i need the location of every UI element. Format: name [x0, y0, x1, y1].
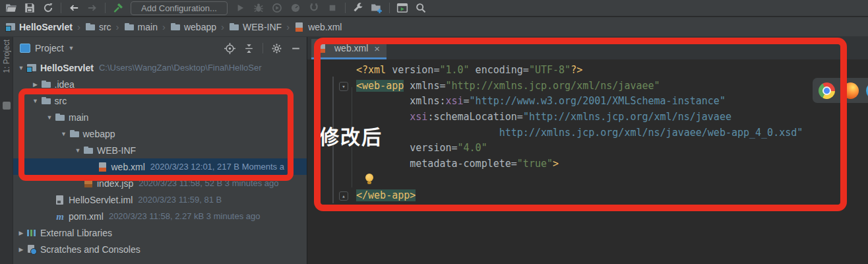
- stripe-tool-icon[interactable]: [3, 102, 11, 110]
- code-line-6: version="4.0": [356, 141, 868, 156]
- xml-icon: [294, 22, 305, 32]
- breadcrumb-separator: ›: [77, 21, 80, 32]
- tree-item-label: pom.xml: [69, 211, 104, 222]
- project-tool-icon: [20, 44, 30, 53]
- sync-icon[interactable]: [42, 2, 54, 14]
- tree-item-meta: 2020/3/23 12:01, 217 B Moments a: [150, 162, 284, 172]
- fold-marker-icon[interactable]: ▾: [339, 82, 348, 91]
- xml-file-icon: [317, 43, 327, 53]
- forward-icon: [86, 2, 98, 14]
- tree-item-index-jsp[interactable]: index.jsp2020/3/23 11:58, 52 B 3 minutes…: [13, 175, 307, 191]
- tree-caret-icon[interactable]: ▶: [30, 81, 41, 88]
- tree-caret-icon[interactable]: ▼: [16, 65, 26, 71]
- tree-item-label: WEB-INF: [97, 145, 136, 156]
- build-hammer-icon[interactable]: [112, 2, 124, 14]
- tree-item--idea[interactable]: ▶.idea: [13, 76, 307, 92]
- folder-icon: [69, 129, 80, 139]
- tree-item-label: HelloServlet: [40, 63, 94, 73]
- search-icon[interactable]: [415, 2, 427, 14]
- project-panel-header: Project ▼: [13, 37, 307, 59]
- toolbar-separator: [389, 3, 390, 13]
- stop-icon: [326, 2, 338, 14]
- annotation-text: 修改后: [319, 121, 383, 150]
- code-wrap: <?xml version="1.0" encoding="UTF-8"?>▾<…: [307, 59, 868, 264]
- tree-caret-icon[interactable]: ▼: [30, 98, 41, 104]
- breadcrumb-item-web-inf[interactable]: WEB-INF: [229, 22, 282, 32]
- folder-icon: [229, 22, 239, 32]
- editor-tab-label: web.xml: [334, 43, 368, 53]
- tree-item-label: web.xml: [111, 162, 145, 172]
- code-line-5: http://xmlns.jcp.org/xml/ns/javaee/web-a…: [356, 125, 868, 141]
- tree-caret-icon[interactable]: ▼: [59, 131, 69, 137]
- open-folder-icon[interactable]: [5, 2, 17, 14]
- xml-icon: [98, 162, 108, 172]
- gear-icon[interactable]: [271, 43, 282, 54]
- tree-item-external-libraries[interactable]: ▶External Libraries: [13, 224, 307, 241]
- breadcrumb-item-web-xml[interactable]: web.xml: [294, 22, 342, 32]
- editor-tab-strip: web.xml ×: [307, 37, 868, 59]
- add-configuration-select[interactable]: Add Configuration...: [131, 1, 228, 15]
- project-panel: Project ▼ ▼HelloServletC:\Users\WangZan\…: [13, 37, 307, 264]
- editor-area: web.xml × <?xml version="1.0" encoding="…: [307, 37, 868, 264]
- code-line-2: ▾<web-app xmlns="http://xmlns.jcp.org/xm…: [356, 79, 868, 94]
- tree-caret-icon[interactable]: ▼: [44, 114, 55, 121]
- folder-icon: [85, 22, 96, 32]
- run-window-icon[interactable]: [396, 2, 408, 14]
- breadcrumb-separator: ›: [116, 21, 119, 32]
- back-icon[interactable]: [68, 2, 80, 14]
- tree-item-web-xml[interactable]: web.xml2020/3/23 12:01, 217 B Moments a: [13, 158, 307, 175]
- breadcrumb-item-helloservlet[interactable]: HelloServlet: [5, 22, 73, 32]
- tree-caret-icon[interactable]: ▶: [16, 246, 26, 253]
- folder-icon: [55, 112, 65, 123]
- locate-file-icon[interactable]: [224, 43, 235, 54]
- wrench-icon[interactable]: [352, 2, 364, 14]
- tree-caret-icon[interactable]: ▼: [73, 147, 83, 154]
- toolbar-separator: [345, 3, 346, 13]
- tree-item-main[interactable]: ▼main: [13, 109, 307, 125]
- debug-icon: [253, 2, 264, 14]
- tree-item-label: index.jsp: [97, 178, 133, 189]
- browser-preview-panel: [813, 78, 868, 103]
- tree-caret-icon[interactable]: ▶: [16, 230, 26, 236]
- tree-item-src[interactable]: ▼src: [13, 92, 307, 109]
- tree-item-web-inf[interactable]: ▼WEB-INF: [13, 142, 307, 158]
- project-structure-icon[interactable]: [371, 2, 383, 14]
- editor-tab-webxml[interactable]: web.xml ×: [311, 39, 387, 59]
- jsp-icon: [83, 178, 94, 189]
- code-area[interactable]: <?xml version="1.0" encoding="UTF-8"?>▾<…: [307, 59, 868, 203]
- folder-icon: [41, 79, 51, 90]
- tree-item-path: C:\Users\WangZan\Desktop\Final\HelloSer: [99, 63, 262, 73]
- breadcrumb-item-webapp[interactable]: webapp: [170, 22, 216, 32]
- code-line-8: [356, 172, 868, 188]
- maven-icon: m: [55, 211, 65, 222]
- lib-icon: [26, 228, 37, 238]
- intention-bulb-icon[interactable]: [365, 174, 373, 182]
- folder-icon: [83, 145, 94, 156]
- chevron-down-icon: ▼: [69, 45, 75, 51]
- breadcrumb-item-main[interactable]: main: [124, 22, 158, 32]
- iml-icon: [55, 195, 65, 205]
- tree-item-label: HelloServlet.iml: [69, 195, 133, 205]
- tree-item-helloservlet[interactable]: ▼HelloServletC:\Users\WangZan\Desktop\Fi…: [13, 59, 307, 76]
- fold-marker-icon[interactable]: ▴: [339, 191, 348, 201]
- hide-panel-icon[interactable]: [290, 43, 301, 54]
- project-tree: ▼HelloServletC:\Users\WangZan\Desktop\Fi…: [13, 59, 307, 257]
- breadcrumb-separator: ›: [286, 21, 290, 32]
- tree-item-scratches-and-consoles[interactable]: ▶Scratches and Consoles: [13, 241, 307, 257]
- tree-item-helloservlet-iml[interactable]: HelloServlet.iml2020/3/23 11:59, 81 B: [13, 191, 307, 208]
- save-icon[interactable]: [24, 2, 36, 14]
- chrome-icon[interactable]: [819, 82, 835, 99]
- breadcrumb-separator: ›: [221, 21, 224, 32]
- firefox-icon[interactable]: [842, 82, 859, 99]
- project-stripe-button[interactable]: 1: Project: [2, 40, 11, 73]
- tree-item-meta: 2020/3/23 11:58, 52 B 3 minutes ago: [139, 178, 278, 188]
- profiler-icon: [290, 2, 301, 14]
- tree-item-label: External Libraries: [40, 228, 112, 238]
- breadcrumb-item-src[interactable]: src: [85, 22, 111, 32]
- tree-item-webapp[interactable]: ▼webapp: [13, 125, 307, 142]
- close-icon[interactable]: ×: [374, 43, 380, 54]
- project-panel-title[interactable]: Project: [35, 43, 64, 53]
- collapse-all-icon[interactable]: [243, 43, 255, 54]
- tree-item-meta: 2020/3/23 11:59, 81 B: [138, 195, 222, 205]
- tree-item-pom-xml[interactable]: mpom.xml2020/3/23 11:58, 2.27 kB 3 minut…: [13, 208, 307, 224]
